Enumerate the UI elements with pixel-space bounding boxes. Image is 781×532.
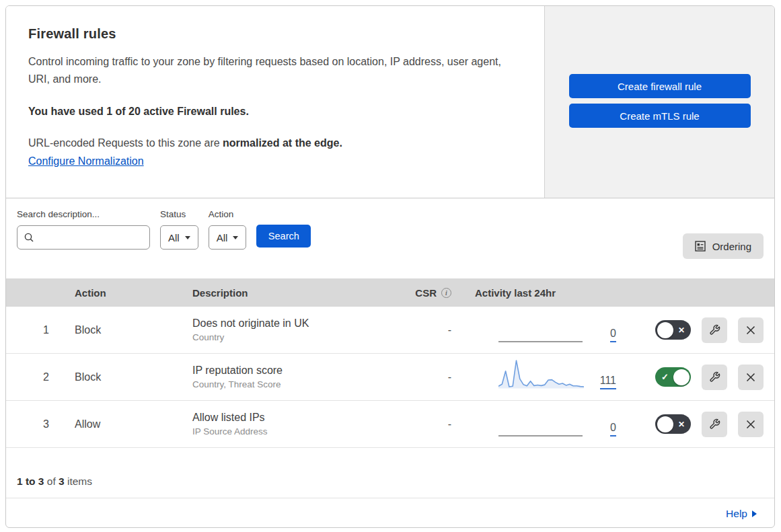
- help-bar: Help: [6, 498, 774, 528]
- rule-expression-fields: IP Source Address: [192, 426, 408, 436]
- rule-action: Allow: [75, 418, 192, 430]
- rule-priority-number: 3: [6, 418, 75, 430]
- toggle-state-icon: ✕: [678, 325, 685, 334]
- help-link[interactable]: Help: [726, 508, 757, 520]
- rule-activity-cell: 0: [451, 307, 616, 353]
- col-activity-header: Activity last 24hr: [451, 287, 616, 299]
- intro-panel: Firewall rules Control incoming traffic …: [6, 6, 544, 198]
- status-label: Status: [160, 209, 198, 219]
- col-action-header: Action: [75, 287, 192, 299]
- rule-enabled-toggle[interactable]: ✓: [655, 367, 691, 387]
- activity-count-link[interactable]: 0: [610, 328, 616, 342]
- ordering-list-icon: [695, 241, 706, 252]
- toggle-knob: [673, 369, 690, 385]
- items-range: 1 to 3: [17, 476, 44, 488]
- search-icon: [24, 232, 34, 243]
- create-mtls-rule-button[interactable]: Create mTLS rule: [569, 104, 751, 128]
- ordering-button[interactable]: Ordering: [683, 233, 764, 259]
- table-row: 3 Allow Allow listed IPs IP Source Addre…: [6, 401, 774, 448]
- page-title: Firewall rules: [28, 26, 517, 42]
- items-count-bar: 1 to 3 of 3 items: [6, 448, 774, 498]
- normalization-note-text: URL-encoded Requests to this zone are: [28, 137, 223, 149]
- rule-controls: ✕: [616, 307, 774, 353]
- cta-panel: Create firewall rule Create mTLS rule: [544, 6, 774, 198]
- close-icon: [745, 325, 756, 336]
- rule-description-cell: Allow listed IPs IP Source Address: [192, 412, 408, 436]
- rule-action: Block: [75, 371, 192, 383]
- rule-activity-cell: 111: [451, 354, 616, 400]
- table-header: Action Description CSR i Activity last 2…: [6, 278, 774, 307]
- header-section: Firewall rules Control incoming traffic …: [6, 6, 774, 198]
- rule-priority-number: 2: [6, 371, 75, 383]
- rule-description: Allow listed IPs: [192, 412, 408, 424]
- table-row: 2 Block IP reputation score Country, Thr…: [6, 354, 774, 401]
- close-icon: [745, 372, 756, 383]
- rule-controls: ✓: [616, 354, 774, 400]
- close-icon: [745, 419, 756, 430]
- action-dropdown-value: All: [217, 232, 228, 243]
- delete-rule-button[interactable]: [738, 317, 764, 343]
- help-link-label: Help: [726, 508, 747, 520]
- usage-summary: You have used 1 of 20 active Firewall ru…: [28, 106, 517, 118]
- chevron-down-icon: [185, 236, 190, 239]
- toggle-state-icon: ✓: [661, 372, 669, 382]
- rule-activity-cell: 0: [451, 401, 616, 447]
- rule-expression-fields: Country: [192, 332, 408, 342]
- activity-sparkline-chart: [498, 357, 584, 389]
- delete-rule-button[interactable]: [738, 365, 764, 390]
- rule-action: Block: [75, 324, 192, 336]
- csr-info-icon[interactable]: i: [441, 288, 451, 298]
- activity-flatline: [498, 341, 583, 342]
- rule-description: IP reputation score: [192, 365, 408, 377]
- edit-rule-button[interactable]: [702, 412, 727, 437]
- activity-sparkline-chart: [498, 404, 584, 436]
- delete-rule-button[interactable]: [738, 412, 764, 437]
- firewall-rules-card: Firewall rules Control incoming traffic …: [5, 5, 775, 528]
- toggle-knob: [657, 416, 673, 432]
- wrench-icon: [709, 324, 720, 336]
- action-filter-group: Action All: [209, 209, 247, 250]
- search-input[interactable]: [34, 232, 143, 243]
- col-csr-header: CSR i: [415, 287, 451, 299]
- rule-description-cell: IP reputation score Country, Threat Scor…: [192, 365, 408, 389]
- activity-sparkline-chart: [498, 310, 584, 342]
- activity-count-link[interactable]: 111: [600, 375, 616, 389]
- activity-count-link[interactable]: 0: [610, 422, 616, 436]
- action-label: Action: [209, 209, 247, 219]
- search-label: Search description...: [17, 209, 150, 219]
- wrench-icon: [709, 418, 720, 430]
- col-description-header: Description: [192, 287, 408, 299]
- table-row: 1 Block Does not originate in UK Country…: [6, 307, 774, 354]
- search-input-wrapper: [17, 225, 150, 250]
- status-dropdown-value: All: [168, 232, 180, 243]
- table-body: 1 Block Does not originate in UK Country…: [6, 307, 774, 448]
- ordering-button-label: Ordering: [712, 241, 751, 252]
- rule-controls: ✕: [616, 401, 774, 447]
- rule-enabled-toggle[interactable]: ✕: [655, 320, 691, 340]
- edit-rule-button[interactable]: [702, 365, 727, 390]
- status-dropdown[interactable]: All: [160, 225, 198, 250]
- toggle-state-icon: ✕: [678, 419, 685, 428]
- create-firewall-rule-button[interactable]: Create firewall rule: [569, 74, 751, 98]
- normalization-note: URL-encoded Requests to this zone are no…: [28, 137, 517, 149]
- items-total: 3: [59, 476, 65, 488]
- normalization-note-bold: normalized at the edge.: [223, 137, 342, 149]
- arrow-right-icon: [752, 510, 757, 517]
- search-button[interactable]: Search: [256, 225, 311, 248]
- edit-rule-button[interactable]: [702, 317, 727, 343]
- rule-enabled-toggle[interactable]: ✕: [655, 414, 691, 434]
- status-filter-group: Status All: [160, 209, 198, 250]
- configure-normalization-link[interactable]: Configure Normalization: [28, 155, 144, 167]
- action-dropdown[interactable]: All: [209, 225, 247, 250]
- toggle-knob: [657, 322, 673, 338]
- chevron-down-icon: [233, 236, 238, 239]
- rule-priority-number: 1: [6, 324, 75, 336]
- col-csr-header-label: CSR: [415, 287, 437, 299]
- wrench-icon: [709, 371, 720, 383]
- rule-description: Does not originate in UK: [192, 317, 408, 330]
- rule-description-cell: Does not originate in UK Country: [192, 317, 408, 342]
- page-description: Control incoming traffic to your zone by…: [28, 53, 516, 88]
- items-suffix: items: [65, 476, 92, 488]
- filter-bar: Search description... Status All Action …: [6, 198, 774, 278]
- items-of: of: [44, 476, 59, 488]
